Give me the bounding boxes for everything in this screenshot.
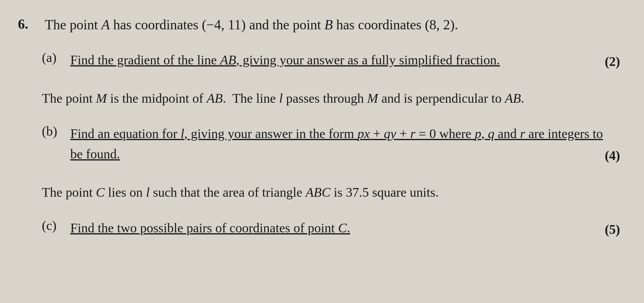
part-b-label: (b) — [42, 124, 70, 139]
part-b-row: (b) Find an equation for l, giving your … — [18, 124, 626, 164]
question-container: 6. The point A has coordinates (−4, 11) … — [18, 9, 626, 253]
question-number: 6. — [18, 16, 42, 32]
part-c-text: Find the two possible pairs of coordinat… — [70, 218, 605, 238]
part-c-row: (c) Find the two possible pairs of coord… — [18, 218, 626, 238]
part-c-label: (c) — [42, 218, 70, 233]
c-info: The point C lies on l such that the area… — [18, 182, 626, 203]
part-b-text: Find an equation for l, giving your answ… — [70, 124, 605, 164]
part-c-marks: (5) — [605, 222, 626, 238]
question-intro-row: 6. The point A has coordinates (−4, 11) … — [18, 15, 626, 50]
part-a-row: (a) Find the gradient of the line AB, gi… — [18, 50, 626, 70]
part-a-label: (a) — [42, 50, 70, 65]
midpoint-info: The point M is the midpoint of AB. The l… — [18, 88, 626, 109]
question-intro-content: 6. The point A has coordinates (−4, 11) … — [18, 15, 626, 50]
part-a-marks: (2) — [605, 54, 626, 70]
part-a-text: Find the gradient of the line AB, giving… — [70, 50, 605, 70]
c-info-text: The point C lies on l such that the area… — [42, 182, 626, 203]
question-intro-text: The point A has coordinates (−4, 11) and… — [45, 15, 458, 35]
midpoint-info-text: The point M is the midpoint of AB. The l… — [42, 88, 626, 109]
part-b-marks: (4) — [605, 148, 626, 164]
